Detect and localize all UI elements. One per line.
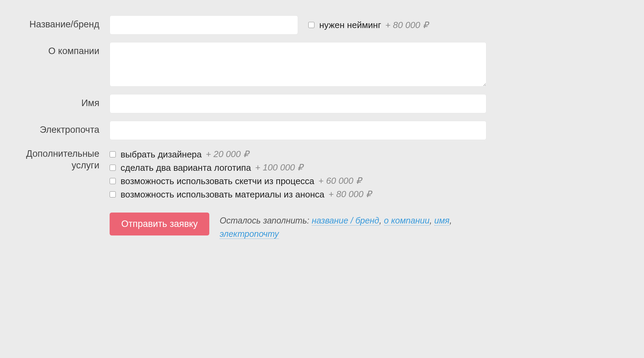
field-col-email: [110, 121, 486, 140]
row-about: О компании: [0, 42, 486, 87]
remaining-link-brand[interactable]: название / бренд: [312, 216, 379, 226]
about-textarea[interactable]: [110, 42, 486, 87]
row-services: Дополнительные услуги выбрать дизайнера …: [0, 148, 486, 200]
brand-input[interactable]: [110, 15, 298, 35]
order-form: Название/бренд нужен нейминг + 80 000 ₽ …: [0, 15, 486, 241]
label-services: Дополнительные услуги: [0, 148, 110, 171]
service-item[interactable]: выбрать дизайнера + 20 000 ₽: [110, 149, 486, 159]
service-checkbox[interactable]: [110, 165, 116, 171]
row-email: Электропочта: [0, 121, 486, 140]
service-price: + 80 000 ₽: [329, 189, 372, 200]
service-checkbox[interactable]: [110, 191, 116, 197]
naming-checkbox-label: нужен нейминг: [319, 21, 381, 29]
field-col-name: [110, 94, 486, 113]
service-checkbox[interactable]: [110, 151, 116, 157]
remaining-link-email[interactable]: электропочту: [220, 229, 279, 239]
label-name: Имя: [0, 94, 110, 109]
label-email: Электропочта: [0, 121, 110, 136]
service-item[interactable]: возможность использовать материалы из ан…: [110, 189, 486, 200]
service-label: возможность использовать материалы из ан…: [121, 190, 324, 199]
naming-checkbox-wrap[interactable]: нужен нейминг + 80 000 ₽: [308, 20, 429, 30]
remaining-hint: Осталось заполнить: название / бренд, о …: [220, 213, 473, 241]
label-brand: Название/бренд: [0, 15, 110, 30]
remaining-prefix: Осталось заполнить:: [220, 216, 312, 225]
service-price: + 20 000 ₽: [206, 149, 249, 159]
service-label: выбрать дизайнера: [121, 150, 202, 159]
naming-price: + 80 000 ₽: [385, 20, 429, 30]
field-col-about: [110, 42, 486, 87]
row-name: Имя: [0, 94, 486, 113]
row-brand: Название/бренд нужен нейминг + 80 000 ₽: [0, 15, 486, 35]
submit-row: Отправить заявку Осталось заполнить: наз…: [0, 213, 486, 241]
service-checkbox[interactable]: [110, 178, 116, 184]
service-label: возможность использовать скетчи из проце…: [121, 177, 314, 186]
email-input[interactable]: [110, 121, 486, 140]
label-about: О компании: [0, 42, 110, 57]
remaining-link-name[interactable]: имя: [434, 216, 449, 226]
field-col-brand: нужен нейминг + 80 000 ₽: [110, 15, 486, 35]
service-price: + 60 000 ₽: [319, 176, 362, 186]
service-price: + 100 000 ₽: [255, 162, 304, 173]
name-input[interactable]: [110, 94, 486, 113]
remaining-link-about[interactable]: о компании: [384, 216, 430, 226]
service-item[interactable]: сделать два варианта логотипа + 100 000 …: [110, 162, 486, 173]
submit-button[interactable]: Отправить заявку: [110, 213, 209, 235]
order-form-page: Название/бренд нужен нейминг + 80 000 ₽ …: [0, 0, 521, 281]
services-list: выбрать дизайнера + 20 000 ₽ сделать два…: [110, 148, 486, 200]
service-item[interactable]: возможность использовать скетчи из проце…: [110, 176, 486, 186]
naming-checkbox[interactable]: [308, 22, 314, 28]
service-label: сделать два варианта логотипа: [121, 163, 251, 172]
submit-spacer: [0, 213, 110, 216]
